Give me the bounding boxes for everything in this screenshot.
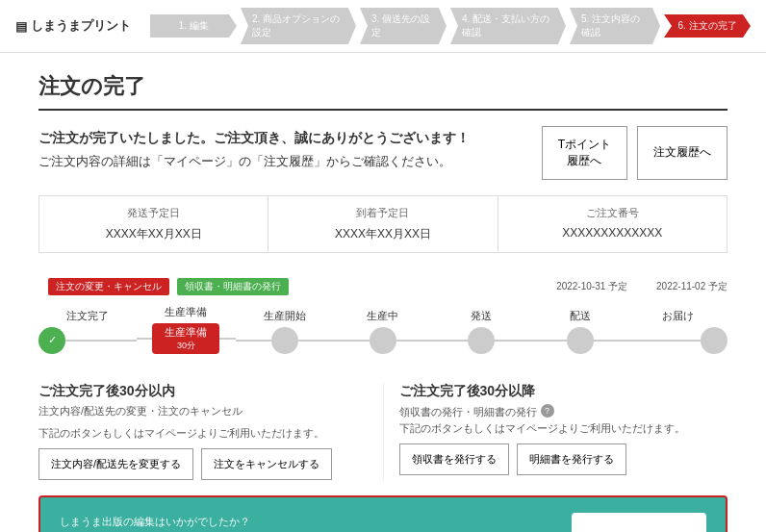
- timeline-row: 注文完了✓生産準備生産準備30分生産開始生産中発送配送お届け: [38, 301, 728, 354]
- step-6: 6. 注文の完了: [664, 14, 751, 38]
- action-buttons-2: 領収書を発行する 明細書を発行する: [399, 443, 728, 475]
- action-subtitle-2: 領収書の発行・明細書の発行: [399, 405, 537, 419]
- action-section: ご注文完了後30分以内 注文内容/配送先の変更・注文のキャンセル 下記のボタンも…: [38, 383, 728, 480]
- action-buttons-1: 注文内容/配送先を変更する 注文をキャンセルする: [38, 448, 368, 480]
- notice-text: ご注文が完了いたしました。ご注文頂き、誠にありがとうございます！ ご注文内容の詳…: [38, 126, 470, 173]
- timeline-section: 注文の変更・キャンセル 領収書・明細書の発行 2022-10-31 予定 202…: [38, 268, 728, 364]
- notice-main: ご注文が完了いたしました。ご注文頂き、誠にありがとうございます！: [38, 126, 470, 150]
- tl-connector-right-1: [219, 338, 235, 340]
- action-subtitle-1: 注文内容/配送先の変更・注文のキャンセル: [38, 404, 368, 418]
- timeline-item-0: 注文完了✓: [38, 309, 137, 354]
- cancel-button[interactable]: 注文をキャンセルする: [201, 448, 332, 480]
- shipping-cell: 発送予定日 XXXX年XX月XX日: [39, 196, 268, 252]
- action-col-2: ご注文完了後30分以降 領収書の発行・明細書の発行 ? 下記のボタンもしくはマイ…: [383, 383, 728, 480]
- info-grid: 発送予定日 XXXX年XX月XX日 到着予定日 XXXX年XX月XX日 ご注文番…: [38, 195, 728, 253]
- tl-connector-left-3: [334, 340, 370, 342]
- tpoint-button[interactable]: Tポイント 履歴へ: [542, 126, 627, 180]
- action-subtitle-2-row: 領収書の発行・明細書の発行 ?: [399, 404, 728, 421]
- tl-node-4: [468, 327, 495, 354]
- action-title-2: ご注文完了後30分以降: [399, 383, 728, 400]
- tl-node-5: [567, 327, 594, 354]
- order-no-label: ご注文番号: [514, 206, 711, 220]
- shipping-value: XXXX年XX月XX日: [55, 226, 252, 242]
- page-title: 注文の完了: [38, 72, 728, 111]
- arrival-label: 到着予定日: [284, 206, 481, 220]
- action-title-1: ご注文完了後30分以内: [38, 383, 368, 400]
- tl-connector-right-5: [594, 340, 629, 342]
- main-content: 注文の完了 ご注文が完了いたしました。ご注文頂き、誠にありがとうございます！ ご…: [0, 53, 766, 532]
- change-button[interactable]: 注文内容/配送先を変更する: [38, 448, 193, 480]
- tl-connector-left-5: [530, 340, 566, 342]
- survey-card: ✏: [572, 513, 706, 532]
- tl-node-3: [370, 327, 396, 354]
- tl-label-5: 配送: [570, 309, 591, 323]
- order-no-value: XXXXXXXXXXXXX: [514, 226, 711, 240]
- timeline-item-1: 生産準備生産準備30分: [137, 305, 235, 354]
- tl-node-6: [701, 327, 728, 354]
- notice-sub: ご注文内容の詳細は「マイページ」の「注文履歴」からご確認ください。: [38, 150, 470, 172]
- tl-connector-left-4: [432, 340, 468, 342]
- tl-node-0: ✓: [38, 327, 65, 354]
- date2: 2022-11-02 予定: [656, 280, 728, 293]
- step-5: 5. 注文内容の確認: [570, 8, 660, 44]
- notice-buttons: Tポイント 履歴へ 注文履歴へ: [542, 126, 728, 180]
- survey-left: しまうま出版の編集はいかがでしたか？ お客様のお声をお聞かせください アンケート…: [60, 515, 348, 532]
- timeline-item-5: 配送: [530, 309, 628, 354]
- survey-banner[interactable]: しまうま出版の編集はいかがでしたか？ お客様のお声をお聞かせください アンケート…: [38, 495, 728, 532]
- tl-connector-left-2: [236, 340, 271, 342]
- tl-connector-right-0: [65, 340, 137, 342]
- tl-connector-left-1: [137, 338, 152, 340]
- badge-receipt: 領収書・明細書の発行: [177, 278, 289, 295]
- survey-lines: [572, 522, 706, 532]
- tl-node-1: 生産準備30分: [152, 323, 219, 354]
- tl-label-1: 生産準備: [165, 305, 207, 319]
- tl-node-2: [271, 327, 298, 354]
- logo: ▤ しまうまプリント: [15, 17, 131, 35]
- action-note-2: 下記のボタンもしくはマイページよりご利用いただけます。: [399, 421, 728, 436]
- date1: 2022-10-31 予定: [556, 280, 627, 293]
- step-3: 3. 個送先の設定: [360, 8, 447, 44]
- detail-button[interactable]: 明細書を発行する: [517, 443, 626, 475]
- order-no-cell: ご注文番号 XXXXXXXXXXXXX: [498, 196, 727, 252]
- timeline-item-2: 生産開始: [236, 309, 334, 354]
- tl-label-2: 生産開始: [264, 309, 306, 323]
- shipping-label: 発送予定日: [55, 206, 252, 220]
- survey-small: しまうま出版の編集はいかがでしたか？: [60, 515, 348, 529]
- timeline-item-3: 生産中: [334, 309, 432, 354]
- arrival-cell: 到着予定日 XXXX年XX月XX日: [268, 196, 498, 252]
- badge-cancel: 注文の変更・キャンセル: [48, 278, 169, 295]
- arrival-value: XXXX年XX月XX日: [284, 226, 481, 242]
- tl-connector-right-3: [396, 340, 432, 342]
- tl-label-0: 注文完了: [66, 309, 109, 323]
- tl-connector-left-6: [629, 340, 701, 342]
- logo-icon: ▤: [15, 19, 27, 34]
- timeline-item-4: 発送: [432, 309, 530, 354]
- step-4: 4. 配送・支払い方の確認: [450, 8, 566, 44]
- tl-connector-right-2: [298, 340, 334, 342]
- timeline-item-6: お届け: [629, 309, 728, 354]
- step-2: 2. 商品オプションの設定: [241, 8, 356, 44]
- logo-text: しまうまプリント: [31, 17, 131, 35]
- steps-nav: 1. 編集2. 商品オプションの設定3. 個送先の設定4. 配送・支払い方の確認…: [150, 8, 751, 44]
- action-note-1: 下記のボタンもしくはマイページよりご利用いただけます。: [38, 426, 368, 441]
- tl-connector-right-4: [495, 340, 530, 342]
- tl-label-3: 生産中: [367, 309, 398, 323]
- top-nav: ▤ しまうまプリント 1. 編集2. 商品オプションの設定3. 個送先の設定4.…: [0, 0, 766, 53]
- receipt-button[interactable]: 領収書を発行する: [399, 443, 509, 475]
- tl-label-4: 発送: [471, 309, 492, 323]
- notice-box: ご注文が完了いたしました。ご注文頂き、誠にありがとうございます！ ご注文内容の詳…: [38, 126, 728, 180]
- tl-label-6: お届け: [662, 309, 694, 323]
- action-col-1: ご注文完了後30分以内 注文内容/配送先の変更・注文のキャンセル 下記のボタンも…: [38, 383, 383, 480]
- help-icon[interactable]: ?: [541, 404, 554, 418]
- step-1: 1. 編集: [150, 14, 237, 38]
- order-history-button[interactable]: 注文履歴へ: [637, 126, 728, 180]
